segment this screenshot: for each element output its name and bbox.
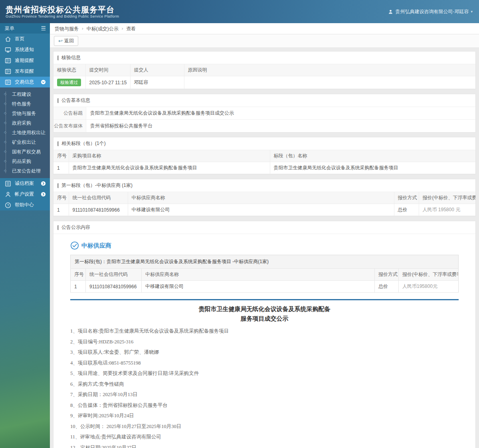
field-value: 贵阳市卫生健康局无纸化会议设备及系统采购配备服务项目成交公示	[86, 107, 475, 119]
sidebar-item[interactable]: 发布提醒	[0, 66, 50, 77]
verify-title-text: 核验信息	[61, 54, 81, 61]
section-marker	[57, 225, 59, 230]
status-badge: 核验通过	[57, 79, 81, 86]
announce-info-title-text: 公告基本信息	[61, 97, 90, 104]
submitter: 邓廷容	[130, 76, 184, 89]
monitor-icon	[5, 47, 11, 53]
field-label: 公告发布媒体	[53, 120, 86, 132]
sidebar-item[interactable]: 系统通知	[0, 44, 50, 55]
sidebar-item[interactable]: 诚信档案	[0, 178, 50, 189]
related-title-text: 相关标段（包）(1个)	[61, 140, 106, 147]
column-header: 提交时间	[85, 64, 130, 76]
back-button[interactable]: ↩ 返回	[54, 36, 78, 46]
column-header: 原因说明	[184, 64, 475, 76]
breadcrumb-separator: ›	[82, 26, 83, 31]
content-inner: 中标供应商 第一标段(包)：贵阳市卫生健康局无纸化会议设备及系统采购配备服务项目…	[53, 234, 475, 448]
submenu-item[interactable]: 政府采购	[0, 118, 50, 128]
document-line: 9、评审时间:2025年10月24日	[70, 412, 459, 420]
sidebar-item-label: 诚信档案	[15, 180, 41, 187]
sidebar: 菜单 ☰ 首页系统通知逾期提醒发布提醒交易信息 工程建设特色服务货物与服务政府采…	[0, 23, 50, 448]
related-sections-panel: 相关标段（包）(1个) 序号采购项目名称标段（包）名称1贵阳市卫生健康局无纸化会…	[53, 137, 476, 174]
related-table: 序号采购项目名称标段（包）名称1贵阳市卫生健康局无纸化会议设备及系统采购配备服务…	[53, 150, 475, 174]
verify-section-title: 核验信息	[53, 52, 475, 64]
bottom-menu: 诚信档案帐户设置?帮助中心	[0, 178, 50, 210]
document-title-line1: 贵阳市卫生健康局无纸化会议设备及系统采购配备	[70, 304, 459, 314]
column-header: 序号	[71, 269, 86, 281]
column-header: 采购项目名称	[69, 150, 270, 162]
sidebar-item[interactable]: 交易信息	[0, 77, 50, 87]
table-row: 1911101087481059966中移建设有限公司总价人民币 195800 …	[53, 204, 475, 216]
sidebar-item-label: 发布提醒	[15, 68, 47, 75]
submenu-item[interactable]: 国有产权交易	[0, 147, 50, 157]
document-line: 6、采购方式:竞争性磋商	[70, 381, 459, 389]
user-name: 贵州弘典建设咨询有限公司-邓廷容	[395, 8, 469, 15]
person-icon	[5, 191, 11, 198]
document-line: 11、评审地点:贵州弘典建设咨询有限公司	[70, 433, 459, 441]
user-icon	[388, 9, 393, 14]
sidebar-item[interactable]: 逾期提醒	[0, 55, 50, 66]
announce-info-panel: 公告基本信息 公告标题 贵阳市卫生健康局无纸化会议设备及系统采购配备服务项目成交…	[53, 94, 476, 133]
column-header: 提交人	[130, 64, 184, 76]
column-header: 中标供应商名称	[128, 192, 394, 204]
toolbar: ↩ 返回	[50, 34, 479, 48]
sidebar-scenic-image	[0, 210, 50, 448]
home-icon	[5, 36, 11, 42]
top-header: 贵州省招标投标公共服务平台 GuiZhou Province Tendering…	[0, 0, 479, 23]
table-cell: 总价	[394, 204, 419, 216]
winner-table: 序号统一社会信用代码中标供应商名称报价方式报价(中标价、下浮率或费率)19111…	[53, 192, 475, 216]
table-cell: 1	[71, 281, 86, 293]
content-title-text: 公告公示内容	[61, 224, 90, 231]
column-header: 统一社会信用代码	[86, 269, 142, 281]
table-cell: 中移建设有限公司	[128, 204, 394, 216]
submenu-item[interactable]: 已发公告处理	[0, 166, 50, 176]
user-menu[interactable]: 贵州弘典建设咨询有限公司-邓廷容 ▾	[388, 8, 473, 15]
table-cell: 人民币195800元	[399, 281, 459, 293]
submenu-item[interactable]: 工程建设	[0, 89, 50, 99]
menu-header: 菜单 ☰	[0, 23, 50, 34]
main-area: 货物与服务›中标(成交)公示›查看 ↩ 返回 核验信息	[50, 23, 479, 448]
submenu-item[interactable]: 货物与服务	[0, 109, 50, 118]
document-line: 2、项目编号:HDZB-2025-316	[70, 338, 459, 346]
main-menu: 首页系统通知逾期提醒发布提醒交易信息	[0, 34, 50, 87]
submenu-item[interactable]: 特色服务	[0, 99, 50, 109]
table-cell: 1	[53, 204, 69, 216]
table-cell: 1	[53, 162, 69, 174]
info-row: 公告发布媒体 贵州省招标投标公共服务平台	[53, 120, 475, 132]
winner-panel: 第一标段（包）-中标供应商 (1家) 序号统一社会信用代码中标供应商名称报价方式…	[53, 179, 476, 216]
svg-text:?: ?	[7, 203, 9, 207]
winning-supplier-label: 中标供应商	[81, 242, 111, 250]
winner-title-text: 第一标段（包）-中标供应商 (1家)	[61, 182, 133, 189]
table-cell: 人民币 195800 元	[419, 204, 475, 216]
hamburger-icon[interactable]: ☰	[41, 26, 46, 31]
verify-panel: 核验信息 核验状态 提交时间 提交人 原因说明 核验通过 2025-10-27 …	[53, 51, 476, 89]
table-row: 核验通过 2025-10-27 11:15 邓廷容	[53, 76, 475, 89]
announcement-document: 贵阳市卫生健康局无纸化会议设备及系统采购配备 服务项目成交公示 1、项目名称:贵…	[70, 304, 459, 448]
sidebar-item[interactable]: 帐户设置	[0, 189, 50, 200]
table-cell: 中移建设有限公司	[142, 281, 375, 293]
document-line: 7、采购日期：2025年10月13日	[70, 391, 459, 399]
sidebar-item[interactable]: 首页	[0, 34, 50, 44]
blue-divider	[70, 299, 459, 300]
chevron-down-icon	[41, 79, 46, 85]
document-line: 10、公示时间： 2025年10月27日至2025年10月30日	[70, 423, 459, 431]
column-header: 报价(中标价、下浮率或费率)	[399, 269, 459, 281]
content-section-title: 公告公示内容	[53, 221, 475, 234]
document-title: 贵阳市卫生健康局无纸化会议设备及系统采购配备 服务项目成交公示	[70, 304, 459, 323]
section-bar: 第一标段(包)：贵阳市卫生健康局无纸化会议设备及系统采购配备服务项目 -中标供应…	[70, 255, 459, 268]
winning-supplier-heading: 中标供应商	[70, 241, 459, 250]
column-header: 序号	[53, 192, 69, 204]
sidebar-item[interactable]: ?帮助中心	[0, 200, 50, 210]
target-check-icon	[70, 241, 79, 250]
sidebar-item-label: 帐户设置	[15, 191, 41, 198]
content-table-wrap: 序号统一社会信用代码中标供应商名称报价方式报价(中标价、下浮率或费率)19111…	[70, 268, 459, 293]
column-header: 标段（包）名称	[270, 150, 475, 162]
column-header: 序号	[53, 150, 69, 162]
submenu-item[interactable]: 土地使用权出让	[0, 128, 50, 137]
caret-down-icon: ▾	[471, 10, 473, 14]
table-cell: 911101087481059966	[69, 204, 128, 216]
document-line: 1、项目名称:贵阳市卫生健康局无纸化会议设备及系统采购配备服务项目	[70, 327, 459, 335]
section-marker	[57, 183, 59, 188]
submenu-item[interactable]: 矿业权出让	[0, 137, 50, 147]
submenu-item[interactable]: 药品采购	[0, 157, 50, 166]
platform-title: 贵州省招标投标公共服务平台	[6, 5, 119, 14]
